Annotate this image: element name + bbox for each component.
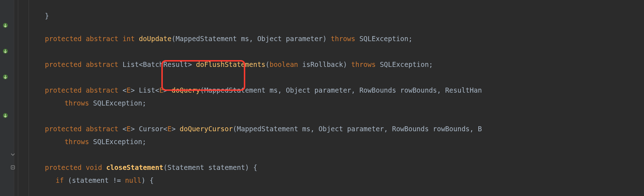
params: (Statement statement) { <box>163 163 257 171</box>
return-type: List<BatchResult> <box>122 60 192 68</box>
code-line: protected abstract List<BatchResult> doF… <box>29 45 433 58</box>
code-line: protected void closeStatement(Statement … <box>29 148 257 161</box>
type-param: E <box>159 86 163 94</box>
override-icon[interactable] <box>2 74 9 80</box>
params: (MappedStatement ms, Object parameter, R… <box>233 125 482 133</box>
angle-close: > <box>163 86 167 94</box>
override-icon[interactable] <box>2 48 9 54</box>
exception-type: SQLException; <box>380 60 433 68</box>
keyword-throws: throws <box>65 99 89 107</box>
params: (MappedStatement ms, Object parameter) <box>171 35 327 43</box>
override-icon[interactable] <box>2 112 9 119</box>
code-line: throws SQLException; <box>48 84 146 97</box>
angle-close: > <box>171 125 175 133</box>
keyword-null: null <box>125 176 141 184</box>
params: (MappedStatement ms, Object parameter, R… <box>200 86 482 94</box>
keyword-int: int <box>122 35 135 43</box>
code-line: throws SQLException; <box>48 122 146 135</box>
code-line: protected abstract <E> Cursor<E> doQuery… <box>29 109 482 122</box>
method-name: doFlushStatements <box>196 60 265 68</box>
paren: ( <box>266 60 270 68</box>
keyword-protected: protected <box>45 35 82 43</box>
method-name: doQueryCursor <box>180 125 233 133</box>
editor-gutter <box>0 0 14 196</box>
type-param: E <box>167 125 171 133</box>
code-line: protected abstract <E> List<E> doQuery(M… <box>29 71 482 84</box>
method-name: doQuery <box>171 86 200 94</box>
keyword-abstract: abstract <box>86 35 119 43</box>
code-line: } <box>29 0 49 9</box>
brace: } <box>45 12 49 20</box>
brace: ) { <box>141 176 154 184</box>
keyword-protected: protected <box>45 60 82 68</box>
keyword-abstract: abstract <box>86 60 119 68</box>
keyword-throws: throws <box>331 35 356 43</box>
code-editor[interactable]: } protected abstract int doUpdate(Mapped… <box>14 0 644 196</box>
param: isRollback) <box>298 60 347 68</box>
code-line: protected abstract int doUpdate(MappedSt… <box>29 19 412 32</box>
method-name: doUpdate <box>139 35 172 43</box>
exception-type: SQLException; <box>93 99 146 107</box>
exception-type: SQLException; <box>93 138 146 146</box>
keyword-if: if <box>56 176 64 184</box>
code-line: if (statement != null) { <box>39 161 154 174</box>
override-icon[interactable] <box>2 22 9 29</box>
keyword-throws: throws <box>65 138 89 146</box>
keyword-throws: throws <box>351 60 376 68</box>
keyword-boolean: boolean <box>270 60 298 68</box>
exception-type: SQLException; <box>359 35 413 43</box>
condition: (statement != <box>64 176 125 184</box>
